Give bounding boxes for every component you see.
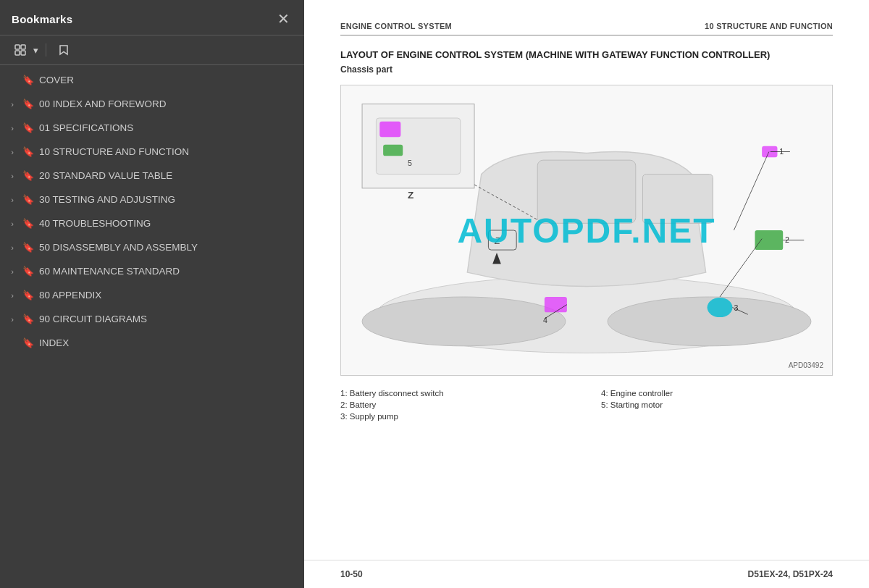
diagram-svg: Z 1 2 3 <box>341 85 832 375</box>
bookmark-item-index[interactable]: 🔖INDEX <box>0 331 304 355</box>
bookmark-list: 🔖COVER›🔖00 INDEX AND FOREWORD›🔖01 SPECIF… <box>0 65 304 588</box>
doc-subtitle: Chassis part <box>340 64 833 75</box>
sidebar-title: Bookmarks <box>12 13 72 25</box>
main-content: ENGINE CONTROL SYSTEM 10 STRUCTURE AND F… <box>304 0 869 588</box>
bookmark-item-60-maintenance[interactable]: ›🔖60 MAINTENANCE STANDARD <box>0 259 304 283</box>
chevron-icon: › <box>7 291 17 300</box>
grid-icon <box>14 43 27 56</box>
bookmark-item-30-testing[interactable]: ›🔖30 TESTING AND ADJUSTING <box>0 188 304 211</box>
doc-header-left: ENGINE CONTROL SYSTEM <box>340 22 452 30</box>
bookmark-item-20-standard[interactable]: ›🔖20 STANDARD VALUE TABLE <box>0 164 304 188</box>
svg-rect-12 <box>379 122 400 137</box>
svg-line-23 <box>734 152 768 230</box>
svg-rect-8 <box>642 175 713 224</box>
bookmark-item-cover[interactable]: 🔖COVER <box>0 68 304 92</box>
page-number-right: D51EX-24, D51PX-24 <box>748 569 833 579</box>
bookmark-item-90-circuit[interactable]: ›🔖90 CIRCUIT DIAGRAMS <box>0 307 304 331</box>
bookmark-label: 30 TESTING AND ADJUSTING <box>39 194 297 205</box>
svg-text:5: 5 <box>408 159 412 167</box>
bookmark-label: 90 CIRCUIT DIAGRAMS <box>39 314 297 324</box>
legend-left-col: 1: Battery disconnect switch2: Battery3:… <box>340 387 572 422</box>
svg-rect-0 <box>15 45 20 49</box>
legend-item: 5: Starting motor <box>601 399 833 411</box>
bookmark-icon: 🔖 <box>22 194 35 205</box>
svg-text:Z: Z <box>494 237 501 247</box>
legend-item: 1: Battery disconnect switch <box>340 387 572 399</box>
sidebar-header: Bookmarks ✕ <box>0 0 304 35</box>
svg-rect-7 <box>537 160 636 223</box>
bookmark-label: 00 INDEX AND FOREWORD <box>39 98 297 109</box>
bookmark-label: 50 DISASSEMBLY AND ASSEMBLY <box>39 242 297 253</box>
bookmark-label: 60 MAINTENANCE STANDARD <box>39 266 297 277</box>
chevron-icon: › <box>7 172 17 180</box>
bookmark-item-01-specs[interactable]: ›🔖01 SPECIFICATIONS <box>0 116 304 140</box>
bookmark-label: INDEX <box>39 337 297 348</box>
sidebar: Bookmarks ✕ ▾ 🔖COVER›🔖00 INDEX AND FOREW… <box>0 0 304 588</box>
page-content: ENGINE CONTROL SYSTEM 10 STRUCTURE AND F… <box>304 0 869 560</box>
doc-header-bar: ENGINE CONTROL SYSTEM 10 STRUCTURE AND F… <box>340 22 833 35</box>
diagram-container: AUTOPDF.NET Z <box>340 85 833 376</box>
svg-text:Z: Z <box>408 190 413 201</box>
legend: 1: Battery disconnect switch2: Battery3:… <box>340 387 833 422</box>
legend-item: 2: Battery <box>340 399 572 411</box>
bookmark-item-10-structure[interactable]: ›🔖10 STRUCTURE AND FUNCTION <box>0 140 304 164</box>
bookmark-item-40-trouble[interactable]: ›🔖40 TROUBLESHOOTING <box>0 211 304 235</box>
svg-rect-17 <box>755 230 783 250</box>
page-number-left: 10-50 <box>340 569 363 579</box>
chevron-icon: › <box>7 100 17 109</box>
bookmark-icon: 🔖 <box>22 314 35 324</box>
bookmark-item-50-disassembly[interactable]: ›🔖50 DISASSEMBLY AND ASSEMBLY <box>0 235 304 259</box>
dropdown-arrow: ▾ <box>33 45 38 56</box>
bookmark-label: 01 SPECIFICATIONS <box>39 122 297 133</box>
bookmark-options-button[interactable] <box>54 41 74 59</box>
chevron-icon: › <box>7 148 17 156</box>
svg-point-5 <box>362 297 566 346</box>
chevron-icon: › <box>7 196 17 204</box>
bookmark-icon: 🔖 <box>22 266 35 277</box>
bookmark-icon: 🔖 <box>22 337 35 348</box>
doc-header-right: 10 STRUCTURE AND FUNCTION <box>705 22 833 30</box>
bookmark-icon: 🔖 <box>22 290 35 301</box>
chevron-icon: › <box>7 243 17 252</box>
svg-rect-1 <box>21 45 25 49</box>
bookmark-icon: 🔖 <box>22 75 35 85</box>
bookmark-icon: 🔖 <box>22 218 35 229</box>
svg-rect-13 <box>383 145 403 156</box>
bookmark-item-00-index[interactable]: ›🔖00 INDEX AND FOREWORD <box>0 92 304 116</box>
chevron-icon: › <box>7 267 17 276</box>
bookmark-label: 40 TROUBLESHOOTING <box>39 218 297 229</box>
legend-item: 4: Engine controller <box>601 387 833 399</box>
bookmark-label: 80 APPENDIX <box>39 290 297 301</box>
bookmark-item-80-appendix[interactable]: ›🔖80 APPENDIX <box>0 283 304 307</box>
bookmark-label: COVER <box>39 75 297 85</box>
bookmark-icon: 🔖 <box>22 146 35 157</box>
toolbar-divider <box>46 43 46 56</box>
chevron-icon: › <box>7 315 17 324</box>
svg-point-19 <box>708 298 733 317</box>
bookmark-icon: 🔖 <box>22 122 35 133</box>
svg-rect-3 <box>21 51 25 55</box>
bookmark-icon: 🔖 <box>22 98 35 109</box>
diagram-code: APD03492 <box>789 361 823 369</box>
doc-main-title: LAYOUT OF ENGINE CONTROL SYSTEM (MACHINE… <box>340 49 833 62</box>
bookmark-icon: 🔖 <box>22 170 35 181</box>
legend-right-col: 4: Engine controller5: Starting motor <box>601 387 833 422</box>
bookmark-label: 10 STRUCTURE AND FUNCTION <box>39 146 297 157</box>
bookmark-label: 20 STANDARD VALUE TABLE <box>39 170 297 181</box>
legend-item: 3: Supply pump <box>340 411 572 422</box>
expand-all-button[interactable] <box>10 41 30 59</box>
svg-rect-21 <box>545 297 567 312</box>
bookmark-options-icon <box>57 43 70 56</box>
sidebar-toolbar: ▾ <box>0 35 304 65</box>
svg-rect-2 <box>15 51 20 55</box>
bookmark-icon: 🔖 <box>22 242 35 253</box>
chevron-icon: › <box>7 219 17 228</box>
page-footer: 10-50 D51EX-24, D51PX-24 <box>304 560 869 588</box>
close-button[interactable]: ✕ <box>274 10 293 28</box>
svg-text:3: 3 <box>734 304 738 313</box>
chevron-icon: › <box>7 124 17 133</box>
